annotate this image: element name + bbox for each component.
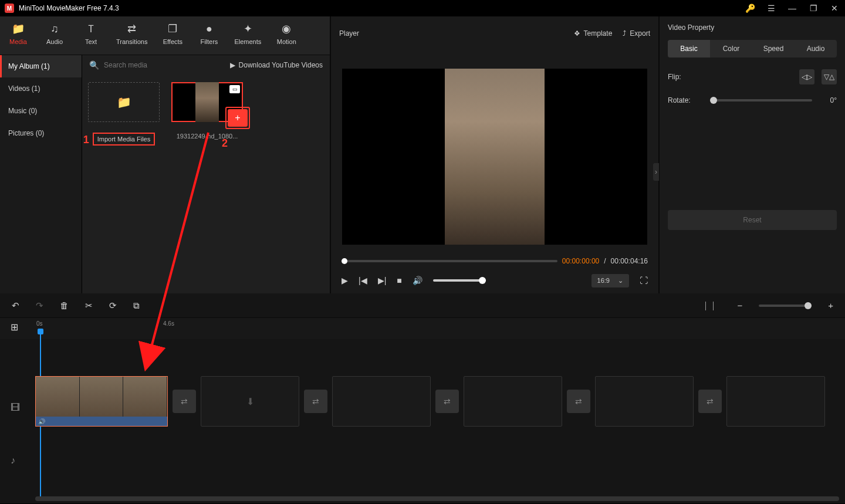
empty-clip-slot[interactable] [464, 376, 562, 427]
main-tabs: 📁Media ♫Audio ＴText ⇄Transitions ❐Effect… [0, 16, 330, 55]
tab-text[interactable]: ＴText [73, 16, 109, 55]
chevron-down-icon: ⌄ [618, 277, 623, 285]
add-to-timeline-button[interactable]: + [228, 109, 248, 127]
export-icon: ⤴ [623, 29, 626, 38]
empty-clip-slot[interactable] [726, 376, 825, 427]
transition-slot[interactable]: ⇄ [698, 390, 722, 413]
folder-icon: 📁 [88, 82, 160, 122]
search-input[interactable] [104, 61, 225, 69]
volume-handle[interactable] [479, 277, 486, 284]
zoom-out-button[interactable]: − [737, 300, 742, 310]
crop-button[interactable]: ⧉ [133, 300, 140, 311]
category-music[interactable]: Music (0) [0, 100, 82, 122]
search-icon: 🔍 [89, 60, 99, 70]
player-canvas [342, 69, 647, 245]
volume-icon[interactable]: 🔊 [413, 276, 422, 285]
export-button[interactable]: ⤴Export [623, 29, 650, 38]
tab-elements[interactable]: ✦Elements [227, 16, 268, 55]
snap-button[interactable]: ⎸⎸ [705, 300, 721, 311]
zoom-slider[interactable] [759, 305, 812, 307]
play-button[interactable]: ▶ [342, 276, 348, 285]
rotate-slider[interactable] [710, 99, 812, 102]
redo-button[interactable]: ↷ [36, 300, 43, 311]
player-seekbar[interactable] [342, 260, 557, 262]
properties-panel: Video Property Basic Color Speed Audio F… [660, 16, 845, 293]
prev-frame-button[interactable]: |◀ [359, 276, 367, 285]
template-button[interactable]: ❖Template [574, 29, 613, 38]
timeline-clip[interactable]: 🔊 [35, 376, 168, 427]
speed-button[interactable]: ⟳ [109, 300, 117, 311]
media-clip-tile[interactable]: ▭ + 19312249-hd_1080... 2 [171, 82, 243, 146]
license-key-icon[interactable]: 🔑 [744, 4, 756, 13]
rotate-handle[interactable] [710, 97, 717, 104]
minimize-button[interactable]: — [786, 4, 798, 13]
time-separator: / [604, 257, 606, 265]
video-preview [445, 69, 545, 245]
seekbar-handle[interactable] [342, 258, 347, 264]
tab-audio[interactable]: ♫Audio [36, 16, 73, 55]
empty-clip-slot[interactable] [595, 376, 694, 427]
import-media-tile[interactable]: 📁 1 Import Media Files [88, 82, 160, 146]
prop-tab-audio[interactable]: Audio [795, 40, 837, 57]
video-track[interactable]: 🔊 ⇄ ⬇ ⇄ ⇄ ⇄ ⇄ [35, 373, 845, 429]
media-categories: My Album (1) Videos (1) Music (0) Pictur… [0, 55, 82, 293]
category-pictures[interactable]: Pictures (0) [0, 122, 82, 144]
media-panel: 📁Media ♫Audio ＴText ⇄Transitions ❐Effect… [0, 16, 331, 293]
flip-vertical-button[interactable]: ▽△ [822, 69, 837, 84]
transition-slot[interactable]: ⇄ [173, 390, 196, 413]
prop-tab-basic[interactable]: Basic [668, 40, 710, 57]
empty-clip-slot[interactable]: ⬇ [201, 376, 299, 427]
import-media-label: 1 Import Media Files [93, 133, 155, 146]
maximize-button[interactable]: ❐ [807, 4, 819, 13]
split-button[interactable]: ✂ [85, 300, 93, 311]
category-videos[interactable]: Videos (1) [0, 77, 82, 100]
download-icon: ⬇ [246, 396, 254, 407]
prop-tab-speed[interactable]: Speed [752, 40, 795, 57]
undo-button[interactable]: ↶ [12, 300, 19, 311]
delete-button[interactable]: 🗑 [60, 300, 69, 310]
zoom-in-button[interactable]: + [828, 300, 833, 310]
annotation-marker-1: 1 [83, 134, 89, 146]
collapse-properties-handle[interactable]: › [653, 163, 659, 181]
menu-icon[interactable]: ☰ [765, 4, 777, 13]
timeline-ruler[interactable]: ⊞ 0s 4.6s [0, 318, 845, 339]
prop-tab-color[interactable]: Color [710, 40, 752, 57]
folder-icon: 📁 [12, 22, 25, 35]
flip-label: Flip: [668, 73, 703, 81]
close-button[interactable]: ✕ [829, 4, 840, 13]
tab-effects[interactable]: ❐Effects [154, 16, 191, 55]
ruler-mark-start: 0s [36, 320, 43, 327]
tab-filters[interactable]: ●Filters [191, 16, 227, 55]
video-badge-icon: ▭ [229, 85, 240, 93]
video-track-icon: 🎞 [11, 402, 20, 413]
tab-motion[interactable]: ◉Motion [268, 16, 305, 55]
app-icon: M [5, 4, 14, 13]
empty-clip-slot[interactable] [332, 376, 431, 427]
stop-button[interactable]: ■ [397, 276, 401, 285]
transition-slot[interactable]: ⇄ [567, 390, 590, 413]
audio-track[interactable] [35, 429, 845, 465]
transition-slot[interactable]: ⇄ [435, 390, 459, 413]
reset-button[interactable]: Reset [668, 210, 837, 230]
clip-thumbnail[interactable]: ▭ + [171, 82, 243, 122]
aspect-ratio-select[interactable]: 16:9⌄ [592, 274, 629, 287]
timeline-scrollbar[interactable] [35, 496, 839, 501]
filters-icon: ● [206, 22, 212, 35]
add-track-button[interactable]: ⊞ [11, 322, 18, 333]
timeline-panel: ↶ ↷ 🗑 ✂ ⟳ ⧉ ⎸⎸ − + ⊞ 0s 4.6s 🎞 ♪ 🔊 ⇄ ⬇ ⇄ [0, 293, 845, 503]
flip-horizontal-button[interactable]: ◁▷ [799, 69, 814, 84]
motion-icon: ◉ [282, 22, 291, 35]
zoom-handle[interactable] [805, 302, 812, 309]
volume-slider[interactable] [433, 279, 486, 282]
fullscreen-button[interactable]: ⛶ [640, 276, 648, 285]
tab-transitions[interactable]: ⇄Transitions [109, 16, 154, 55]
category-my-album[interactable]: My Album (1) [0, 55, 82, 77]
rotate-value: 0° [819, 96, 837, 104]
property-tabs: Basic Color Speed Audio [668, 40, 837, 57]
download-youtube-link[interactable]: ▶Download YouTube Videos [230, 61, 323, 69]
next-frame-button[interactable]: ▶| [378, 276, 387, 285]
tab-media[interactable]: 📁Media [0, 16, 36, 55]
app-title: MiniTool MovieMaker Free 7.4.3 [19, 4, 744, 12]
transition-slot[interactable]: ⇄ [304, 390, 327, 413]
clip-audio-strip: 🔊 [36, 417, 167, 426]
